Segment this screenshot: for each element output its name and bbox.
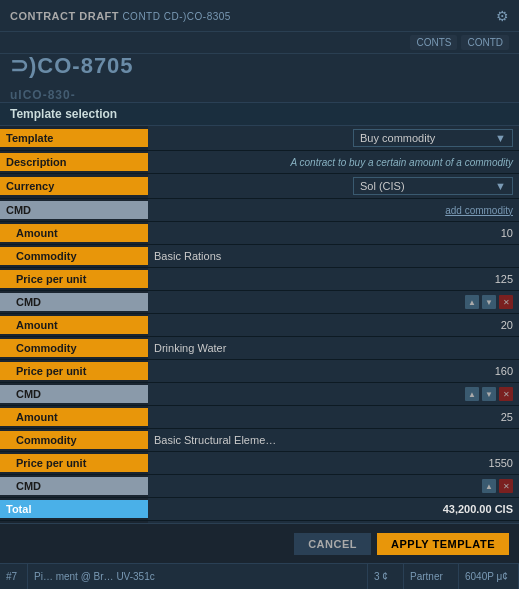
footer-col-1: #7 xyxy=(0,564,28,589)
price-2-label: Price per unit xyxy=(0,362,148,380)
footer-col-4: Partner xyxy=(404,564,459,589)
price-1-label: Price per unit xyxy=(0,270,148,288)
form-area: Template Buy commodity ▼ Description A c… xyxy=(0,126,519,523)
footer-col-3: 3 ¢ xyxy=(368,564,404,589)
description-row: Description A contract to buy a certain … xyxy=(0,151,519,174)
total-label: Total xyxy=(0,500,148,518)
tabs-row: CONTS CONTD xyxy=(0,32,519,54)
price-2-row: Price per unit 160 xyxy=(0,360,519,383)
total-row: Total 43,200.00 CIS xyxy=(0,498,519,521)
template-row: Template Buy commodity ▼ xyxy=(0,126,519,151)
commodity-2-row: Commodity Drinking Water xyxy=(0,337,519,360)
amount-3-row: Amount 25 xyxy=(0,406,519,429)
tab-contd[interactable]: CONTD xyxy=(461,35,509,50)
cmd-add-value: add commodity xyxy=(148,199,519,221)
delete-button[interactable]: ✕ xyxy=(499,295,513,309)
cmd-1-label: CMD xyxy=(0,293,148,311)
amount-2-value: 20 xyxy=(148,314,519,336)
commodity-2-label: Commodity xyxy=(0,339,148,357)
chevron-down-icon: ▼ xyxy=(495,132,506,144)
footer-bar: #7 Pi… ment @ Br… UV-351c 3 ¢ Partner 60… xyxy=(0,563,519,589)
commodity-3-label: Commodity xyxy=(0,431,148,449)
move-up-button[interactable]: ▲ xyxy=(465,295,479,309)
currency-row: Currency Sol (CIS) ▼ xyxy=(0,174,519,199)
commodity-1-label: Commodity xyxy=(0,247,148,265)
footer-col-5: 6040P μ¢ xyxy=(459,564,519,589)
section-title: Template selection xyxy=(10,107,117,121)
move-down-2-button[interactable]: ▼ xyxy=(482,387,496,401)
amount-3-value: 25 xyxy=(148,406,519,428)
template-label: Template xyxy=(0,129,148,147)
section-header: Template selection xyxy=(0,102,519,126)
delete-3-button[interactable]: ✕ xyxy=(499,479,513,493)
location-row: Location UV-351c xyxy=(0,521,519,523)
currency-dropdown[interactable]: Sol (CIS) ▼ xyxy=(353,177,513,195)
commodity-3-row: Commodity Basic Structural Eleme… xyxy=(0,429,519,452)
price-2-value: 160 xyxy=(148,360,519,382)
cmd-3-row: CMD ▲ ✕ xyxy=(0,475,519,498)
cmd-2-controls: ▲ ▼ ✕ xyxy=(148,383,519,405)
price-3-value: 1550 xyxy=(148,452,519,474)
contract-id: ⊃)CO-8705uICO-830- xyxy=(10,53,134,105)
cancel-button[interactable]: CANCEL xyxy=(294,533,371,555)
id-area: ⊃)CO-8705uICO-830- xyxy=(0,54,519,102)
cmd-2-row: CMD ▲ ▼ ✕ xyxy=(0,383,519,406)
move-up-2-button[interactable]: ▲ xyxy=(465,387,479,401)
description-label: Description xyxy=(0,153,148,171)
move-down-button[interactable]: ▼ xyxy=(482,295,496,309)
commodity-1-value: Basic Rations xyxy=(148,245,519,267)
tab-conts[interactable]: CONTS xyxy=(410,35,457,50)
location-value: UV-351c xyxy=(148,521,519,523)
bottom-bar: CANCEL APPLY TEMPLATE xyxy=(0,523,519,563)
footer-col-2: Pi… ment @ Br… UV-351c xyxy=(28,564,368,589)
commodity-3-value: Basic Structural Eleme… xyxy=(148,429,519,451)
cmd-2-label: CMD xyxy=(0,385,148,403)
template-value[interactable]: Buy commodity ▼ xyxy=(148,126,519,150)
total-value: 43,200.00 CIS xyxy=(148,498,519,520)
delete-2-button[interactable]: ✕ xyxy=(499,387,513,401)
chevron-down-icon: ▼ xyxy=(495,180,506,192)
cmd-3-label: CMD xyxy=(0,477,148,495)
currency-label: Currency xyxy=(0,177,148,195)
description-value: A contract to buy a certain amount of a … xyxy=(148,151,519,173)
gear-icon[interactable]: ⚙ xyxy=(496,8,509,24)
cmd-3-controls: ▲ ✕ xyxy=(148,475,519,497)
header-title: CONTRACT DRAFT CONTD CD-)CO-8305 xyxy=(10,9,231,23)
amount-1-label: Amount xyxy=(0,224,148,242)
add-commodity-link[interactable]: add commodity xyxy=(445,205,513,216)
cmd-add-label: CMD xyxy=(0,201,148,219)
price-3-label: Price per unit xyxy=(0,454,148,472)
amount-2-label: Amount xyxy=(0,316,148,334)
cmd-1-row: CMD ▲ ▼ ✕ xyxy=(0,291,519,314)
commodity-1-row: Commodity Basic Rations xyxy=(0,245,519,268)
cmd-1-controls: ▲ ▼ ✕ xyxy=(148,291,519,313)
move-up-3-button[interactable]: ▲ xyxy=(482,479,496,493)
price-1-row: Price per unit 125 xyxy=(0,268,519,291)
apply-template-button[interactable]: APPLY TEMPLATE xyxy=(377,533,509,555)
commodity-2-value: Drinking Water xyxy=(148,337,519,359)
amount-1-value: 10 xyxy=(148,222,519,244)
currency-value[interactable]: Sol (CIS) ▼ xyxy=(148,174,519,198)
cmd-add-row: CMD add commodity xyxy=(0,199,519,222)
header: CONTRACT DRAFT CONTD CD-)CO-8305 ⚙ xyxy=(0,0,519,32)
price-1-value: 125 xyxy=(148,268,519,290)
amount-2-row: Amount 20 xyxy=(0,314,519,337)
amount-1-row: Amount 10 xyxy=(0,222,519,245)
price-3-row: Price per unit 1550 xyxy=(0,452,519,475)
amount-3-label: Amount xyxy=(0,408,148,426)
template-dropdown[interactable]: Buy commodity ▼ xyxy=(353,129,513,147)
